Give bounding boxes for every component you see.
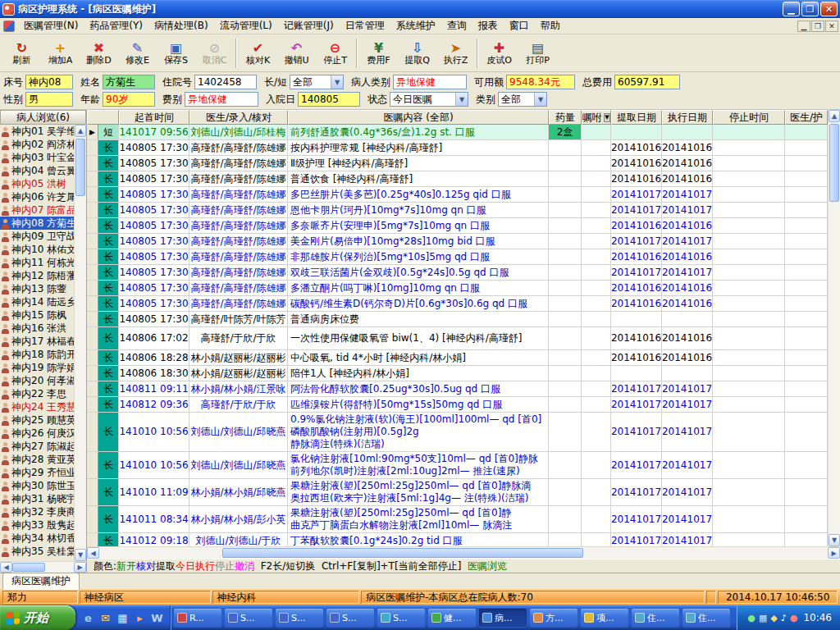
scroll-track[interactable] [829, 122, 840, 534]
patient-list-item[interactable]: 神内13 陈蓥 [0, 282, 74, 295]
field-dropdown[interactable]: 全部▼ [290, 75, 344, 89]
patient-list-item[interactable]: 神内25 顾慧英 [0, 413, 74, 427]
order-row[interactable]: 长140805 17:30高瑾舒/高瑾舒/陈雄娜多巴丝肼片(美多芭)[0.25g… [87, 187, 828, 203]
patient-list-item[interactable]: 神内12 陈梧藩 [0, 269, 74, 282]
order-row[interactable]: 长140812 09:36高瑾舒/于欣/于欣匹维溴铵片(得舒特)[50mg*15… [87, 397, 828, 413]
order-row[interactable]: 长140805 17:30高瑾舒/高瑾舒/陈雄娜碳酸钙/维生素D(钙尔奇D)片[… [87, 296, 828, 312]
taskbar-button[interactable]: 项... [580, 608, 629, 628]
order-row[interactable]: 长140805 17:30高瑾舒/高瑾舒/陈雄娜美金刚片(易倍申)[10mg*2… [87, 234, 828, 249]
message-icon[interactable]: ◆ [770, 614, 777, 623]
scroll-thumb[interactable] [222, 548, 583, 558]
scroll-down-icon[interactable]: ▼ [75, 549, 86, 561]
volume-icon[interactable]: ♪ [781, 614, 787, 623]
order-row[interactable]: 长140805 17:30高瑾舒/高瑾舒/陈雄娜Ⅱ级护理 [神经内科/高瑾舒]2… [87, 156, 828, 171]
menu-item[interactable]: 日常管理 [340, 17, 390, 34]
patient-list-item[interactable]: 神内07 陈富品 [0, 203, 74, 217]
patient-list-item[interactable]: 神内17 林福春 [0, 335, 74, 348]
taskbar-button[interactable]: S... [275, 608, 324, 628]
order-row[interactable]: 长140805 17:30高瑾舒/叶陈芳/叶陈芳普通病房床位费 [87, 312, 828, 327]
patient-list-item[interactable]: 神内06 许芝犀 [0, 190, 74, 203]
start-button[interactable]: 开始 [0, 605, 75, 630]
field-dropdown[interactable]: 今日医嘱▼ [390, 92, 468, 107]
patient-list-item[interactable]: 神内05 洪树 [0, 177, 74, 190]
order-row[interactable]: ▶短141017 09:56刘德山/刘德山/邱桂梅前列舒通胶囊(0.4g*36s… [87, 125, 828, 140]
taskbar-button[interactable]: S... [377, 608, 426, 628]
scroll-thumb[interactable] [829, 124, 839, 202]
column-header[interactable]: 医生/录入/核对 [189, 110, 288, 125]
scroll-left-icon[interactable]: ◀ [87, 547, 99, 559]
patient-list-item[interactable]: 神内26 何庚汉 [0, 427, 74, 440]
order-row[interactable]: 长140806 17:02高瑾舒/于欣/于欣一次性使用保健吸氧管 biw(1、4… [87, 327, 828, 350]
column-header[interactable]: 医生/护 [785, 110, 828, 125]
network-icon[interactable]: ▦ [759, 614, 767, 623]
patient-list-item[interactable]: 神内22 李思 [0, 387, 74, 400]
mdi-restore-button[interactable]: ❐ [811, 21, 824, 32]
patient-list-item[interactable]: 神内08 方菊生 [0, 217, 74, 230]
patient-list-item[interactable]: 神内33 殷隽起 [0, 518, 74, 532]
order-row[interactable]: 长140806 18:28林小娟/赵丽彬/赵丽彬中心吸氧, tid 4*小时 [… [87, 350, 828, 366]
patient-list-item[interactable]: 神内10 林佑文 [0, 243, 74, 256]
scroll-left-icon[interactable]: ◀ [0, 562, 12, 573]
mdi-minimize-button[interactable]: ▁ [797, 21, 810, 32]
order-row[interactable]: 长141012 09:18刘德山/刘德山/于欣丁苯酞软胶囊[0.1g*24s]0… [87, 533, 828, 546]
patient-list-item[interactable]: 神内34 林切香 [0, 532, 74, 545]
patient-list-item[interactable]: 神内09 卫守战 [0, 230, 74, 243]
field-dropdown[interactable]: 全部▼ [498, 92, 547, 107]
order-row[interactable]: 长140805 17:30高瑾舒/高瑾舒/陈雄娜多潘立酮片(吗丁啉)[10mg]… [87, 281, 828, 296]
scroll-up-icon[interactable]: ▲ [829, 110, 840, 122]
patient-list-item[interactable]: 神内24 王秀慧 [0, 400, 74, 413]
menu-item[interactable]: 窗口 [504, 17, 535, 34]
scroll-track[interactable] [12, 562, 74, 573]
tab-ward-order-maintenance[interactable]: 病区医嘱维护 [2, 573, 80, 590]
column-header[interactable]: 执行日期 [662, 110, 713, 125]
order-row[interactable]: 长140806 18:30林小娟/赵丽彬/赵丽彬陪伴1人 [神经内科/林小娟] [87, 366, 828, 381]
column-header[interactable]: 提取日期 [611, 110, 662, 125]
stop-button[interactable]: ⊖停止T [316, 36, 354, 71]
patient-list-scrollbar[interactable]: ▲ ▼ [74, 125, 86, 561]
scroll-right-icon[interactable]: ▶ [828, 547, 840, 559]
scroll-up-icon[interactable]: ▲ [75, 125, 86, 137]
menu-item[interactable]: 流动管理(L) [214, 17, 278, 34]
taskbar-button[interactable]: 病... [478, 608, 527, 628]
order-row[interactable]: 长140805 17:30高瑾舒/高瑾舒/陈雄娜双歧三联活菌片(金双歧)[0.5… [87, 265, 828, 281]
patient-list-item[interactable]: 神内30 陈世玉 [0, 479, 74, 492]
order-row[interactable]: 长140805 17:30高瑾舒/高瑾舒/陈雄娜普通饮食 [神经内科/高瑾舒]2… [87, 171, 828, 187]
word-icon[interactable]: W [149, 610, 165, 626]
print-button[interactable]: ▤打印P [518, 36, 557, 71]
antivirus-icon[interactable]: ● [747, 614, 756, 623]
patient-list-item[interactable]: 神内20 何孝淑 [0, 374, 74, 387]
minimize-button[interactable]: ▁ [783, 2, 800, 16]
patient-list-item[interactable]: 神内35 吴桂棠 [0, 545, 74, 558]
order-row[interactable]: 长140805 17:30高瑾舒/高瑾舒/陈雄娜按内科护理常规 [神经内科/高瑾… [87, 140, 828, 156]
menu-item[interactable]: 系统维护 [390, 17, 441, 34]
close-button[interactable]: ✕ [820, 2, 838, 16]
scroll-thumb[interactable] [12, 563, 45, 572]
internet-explorer-icon[interactable]: e [80, 610, 96, 626]
taskbar-button[interactable]: S... [224, 608, 273, 628]
undo-button[interactable]: ↶撤销U [277, 36, 316, 71]
verify-button[interactable]: ✔核对K [239, 36, 277, 71]
patient-list-item[interactable]: 神内02 阎济林 [0, 138, 74, 151]
patient-list-item[interactable]: 神内18 陈韵开 [0, 348, 74, 361]
mdi-close-button[interactable]: ✕ [825, 21, 838, 32]
save-button[interactable]: ▣保存S [157, 36, 195, 71]
order-row[interactable]: 长140805 17:30高瑾舒/高瑾舒/陈雄娜非那雄胺片(保列治)[5mg*1… [87, 249, 828, 265]
scroll-down-icon[interactable]: ▼ [829, 534, 840, 546]
refresh-button[interactable]: ↻刷新 [2, 36, 41, 71]
chevron-down-icon[interactable]: ▼ [331, 75, 343, 89]
media-player-icon[interactable]: ▸ [132, 610, 148, 626]
modify-button[interactable]: ✎修改E [118, 36, 157, 71]
taskbar-button[interactable]: 住... [682, 608, 731, 628]
menu-item[interactable]: 查询 [441, 17, 472, 34]
orders-horizontal-scrollbar[interactable]: ◀ ▶ [87, 546, 840, 559]
update-icon[interactable]: ● [790, 614, 798, 623]
order-row[interactable]: 长141011 08:34林小娟/林小娟/彭小英果糖注射液(塑)[250ml:2… [87, 506, 828, 533]
cancel-button[interactable]: ⊘取消C [195, 36, 234, 71]
order-row[interactable]: 长140805 17:30高瑾舒/高瑾舒/陈雄娜恩他卡朋片(珂丹)[10mg*7… [87, 203, 828, 218]
order-row[interactable]: 长141010 10:56刘德山/刘德山/邱晓燕0.9%氯化钠注射液(软)(海王… [87, 413, 828, 452]
patient-list-item[interactable]: 神内27 陈淑起 [0, 440, 74, 453]
order-row[interactable]: 长141010 10:56刘德山/刘德山/邱晓燕氯化钠注射液[10ml:90mg… [87, 452, 828, 479]
show-desktop-icon[interactable]: ▦ [115, 610, 130, 626]
patient-list-item[interactable]: 神内32 李庚商 [0, 505, 74, 518]
patient-list-item[interactable]: 神内11 何栋光 [0, 256, 74, 269]
